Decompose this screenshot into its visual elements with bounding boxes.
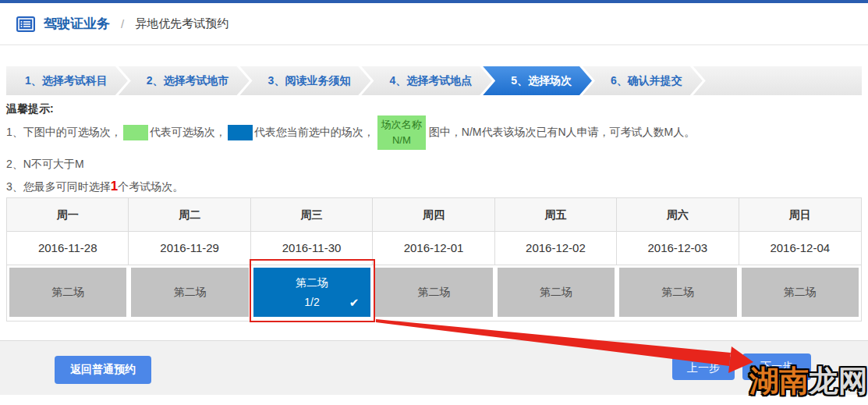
session-name: 第二场 (540, 286, 572, 300)
date-cell-2: 2016-11-29 (129, 232, 250, 265)
day-header-3: 周三 (251, 198, 373, 232)
session-option-4[interactable]: 第二场 (375, 268, 492, 317)
session-cell-1: 第二场 (7, 265, 129, 319)
header-bar: 驾驶证业务 / 异地优先考试预约 (0, 3, 868, 45)
session-option-selected[interactable]: 第二场1/2✔ (253, 268, 370, 317)
tips-line-1: 1、下图中的可选场次， 代表可选场次， 代表您当前选中的场次， 场次名称 N/M… (6, 115, 695, 151)
bottom-action-bar: 返回普通预约 上一步 下一步 (0, 340, 868, 395)
date-cell-7: 2016-12-04 (739, 232, 861, 265)
business-list-icon (16, 15, 36, 34)
session-option-6[interactable]: 第二场 (619, 268, 736, 317)
date-cell-6: 2016-12-03 (617, 232, 739, 265)
back-to-normal-booking-button[interactable]: 返回普通预约 (55, 356, 151, 384)
watermark-part2: 龙网 (809, 364, 868, 397)
tips-line1-part4: 图中，N/M代表该场次已有N人申请，可考试人数M人。 (429, 126, 695, 140)
session-name: 第二场 (51, 286, 84, 300)
step-tab-5[interactable]: 5、选择场次 (483, 66, 592, 95)
session-name: 第二场 (784, 286, 817, 300)
session-cell-2: 第二场 (129, 265, 250, 319)
step-tab-6[interactable]: 6、确认并提交 (583, 66, 703, 95)
page: 驾驶证业务 / 异地优先考试预约 1、选择考试科目2、选择考试地市3、阅读业务须… (0, 0, 868, 405)
breadcrumb-current: 异地优先考试预约 (135, 16, 229, 31)
session-cell-7: 第二场 (739, 265, 861, 319)
tips-line3-suffix: 个考试场次。 (118, 180, 183, 193)
session-legend-box: 场次名称 N/M (377, 115, 426, 150)
session-cell-6: 第二场 (617, 265, 739, 319)
session-option-7[interactable]: 第二场 (742, 268, 859, 317)
step-tab-4[interactable]: 4、选择考试地点 (361, 66, 492, 95)
date-cell-3: 2016-11-30 (251, 232, 373, 265)
session-option-5[interactable]: 第二场 (498, 268, 615, 317)
tips-line3-prefix: 3、您最多可同时选择 (6, 180, 111, 193)
date-cell-1: 2016-11-28 (7, 232, 129, 265)
step-tab-1[interactable]: 1、选择考试科目 (6, 66, 128, 95)
session-cell-3: 第二场1/2✔ (251, 265, 373, 319)
tips-line-3: 3、您最多可同时选择1个考试场次。 (6, 179, 183, 194)
breadcrumb-root[interactable]: 驾驶证业务 (44, 15, 110, 33)
date-cell-5: 2016-12-02 (495, 232, 617, 265)
legend-session-name: 场次名称 (381, 119, 422, 130)
tips-line1-part3: 代表您当前选中的场次， (254, 126, 374, 140)
day-header-7: 周日 (739, 198, 861, 232)
day-header-2: 周二 (129, 198, 250, 232)
session-cell-5: 第二场 (495, 265, 617, 319)
step-tab-3[interactable]: 3、阅读业务须知 (240, 66, 371, 95)
session-count: 1/2 (304, 296, 319, 308)
breadcrumb-separator: / (121, 17, 124, 30)
session-name: 第二场 (417, 286, 450, 300)
session-name: 第二场 (296, 276, 328, 290)
selected-color-swatch (228, 125, 253, 140)
previous-step-button[interactable]: 上一步 (672, 357, 735, 380)
session-name: 第二场 (661, 286, 694, 300)
session-option-1[interactable]: 第二场 (9, 268, 126, 317)
tips-line-2: 2、N不可大于M (6, 158, 84, 172)
session-option-2[interactable]: 第二场 (131, 268, 248, 317)
step-tabs: 1、选择考试科目2、选择考试地市3、阅读业务须知4、选择考试地点5、选择场次6、… (6, 66, 862, 95)
session-name: 第二场 (174, 286, 207, 300)
session-schedule-table: 周一周二周三周四周五周六周日2016-11-282016-11-292016-1… (6, 197, 862, 322)
legend-session-count: N/M (392, 134, 411, 146)
step-tab-2[interactable]: 2、选择考试地市 (119, 66, 250, 95)
checkmark-icon: ✔ (349, 296, 360, 310)
day-header-6: 周六 (617, 198, 739, 232)
step-tabs-filler (693, 66, 862, 95)
date-cell-4: 2016-12-01 (373, 232, 494, 265)
day-header-5: 周五 (495, 198, 617, 232)
available-color-swatch (123, 125, 148, 140)
day-header-1: 周一 (7, 198, 129, 232)
tips-line1-part1: 1、下图中的可选场次， (6, 126, 122, 140)
day-header-4: 周四 (373, 198, 494, 232)
watermark: 湖南龙网 (749, 364, 868, 398)
session-cell-4: 第二场 (373, 265, 494, 319)
max-select-count: 1 (111, 179, 118, 194)
tips-line1-part2: 代表可选场次， (150, 126, 226, 140)
watermark-part1: 湖南 (749, 364, 809, 397)
